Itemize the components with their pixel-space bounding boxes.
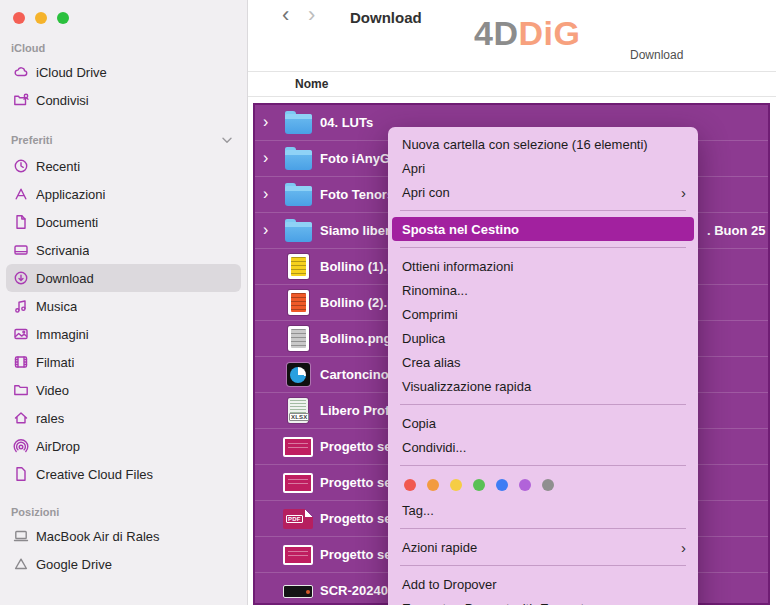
page-title: Download <box>350 9 422 26</box>
sticker-white-icon <box>281 326 315 351</box>
minimize-button[interactable] <box>35 12 47 24</box>
menu-item-label: Apri con <box>402 185 450 200</box>
menu-item-sposta-nel-cestino[interactable]: Sposta nel Cestino <box>392 217 694 241</box>
file-name: Siamo liberi <box>320 223 394 238</box>
cloud-icon <box>12 64 29 81</box>
menu-item-rinomina[interactable]: Rinomina... <box>388 278 698 302</box>
menu-separator <box>400 210 686 211</box>
sidebar-section-header-posizioni: Posizioni <box>0 498 247 522</box>
gdrive-icon <box>12 556 29 573</box>
sidebar-item-documenti[interactable]: Documenti <box>6 208 241 236</box>
sidebar-item-label: MacBook Air di Rales <box>36 529 160 544</box>
tag-color-dot[interactable] <box>450 479 462 491</box>
menu-item-label: Copia <box>402 416 436 431</box>
disclosure-chevron-icon[interactable]: › <box>263 113 268 131</box>
window-controls <box>0 0 247 24</box>
sidebar-item-rales[interactable]: rales <box>6 404 241 432</box>
sidebar-item-creative-cloud-files[interactable]: Creative Cloud Files <box>6 460 241 488</box>
menu-item-azioni-rapide[interactable]: Azioni rapide› <box>388 535 698 559</box>
menu-separator <box>400 465 686 466</box>
sidebar-item-applicazioni[interactable]: Applicazioni <box>6 180 241 208</box>
folder-blue-glyph <box>285 222 312 242</box>
sidebar-item-google-drive[interactable]: Google Drive <box>6 550 241 578</box>
menu-item-label: Rinomina... <box>402 283 468 298</box>
thumb-pink-glyph <box>283 473 313 493</box>
menu-item-nuova-cartella-con-selezione-16-elementi[interactable]: Nuova cartella con selezione (16 element… <box>388 132 698 156</box>
thumb-pink-glyph <box>283 437 313 457</box>
sidebar-item-download[interactable]: Download <box>6 264 241 292</box>
file-name-continued: . Buon 25 ap <box>707 223 770 238</box>
menu-item-tag[interactable]: Tag... <box>388 498 698 522</box>
tag-color-dot[interactable] <box>542 479 554 491</box>
sidebar-item-label: Musica <box>36 299 77 314</box>
shot-dark-glyph <box>283 585 313 598</box>
folder-blue-icon <box>281 220 315 242</box>
menu-item-label: Nuova cartella con selezione (16 element… <box>402 137 648 152</box>
zoom-button[interactable] <box>57 12 69 24</box>
menu-item-ottieni-informazioni[interactable]: Ottieni informazioni <box>388 254 698 278</box>
menu-item-encrypt-or-decrypt-with-encrypto[interactable]: Encrypt or Decrypt with Encrypto <box>388 596 698 605</box>
menu-item-add-to-dropover[interactable]: Add to Dropover <box>388 572 698 596</box>
sidebar-item-condivisi[interactable]: Condivisi <box>6 86 241 114</box>
folder-blue-glyph <box>285 186 312 206</box>
menu-item-copia[interactable]: Copia <box>388 411 698 435</box>
forward-icon[interactable]: › <box>308 2 315 28</box>
folder-blue-icon <box>281 184 315 206</box>
tag-color-dot[interactable] <box>427 479 439 491</box>
context-menu: Nuova cartella con selezione (16 element… <box>388 127 698 605</box>
logo-part-gray: 4D <box>474 14 518 52</box>
menu-item-apri-con[interactable]: Apri con› <box>388 180 698 204</box>
sidebar-item-musica[interactable]: Musica <box>6 292 241 320</box>
tag-color-dot[interactable] <box>519 479 531 491</box>
menu-separator <box>400 528 686 529</box>
tag-color-dot[interactable] <box>404 479 416 491</box>
film-icon <box>12 354 29 371</box>
file-name: Progetto se <box>320 511 392 526</box>
sidebar-item-video[interactable]: Video <box>6 376 241 404</box>
folder-blue-glyph <box>285 114 312 134</box>
menu-item-label: Ottieni informazioni <box>402 259 513 274</box>
download-icon <box>12 270 29 287</box>
airdrop-icon <box>12 438 29 455</box>
sidebar-item-filmati[interactable]: Filmati <box>6 348 241 376</box>
section-header-label: Preferiti <box>11 134 53 146</box>
back-icon[interactable]: ‹ <box>282 2 289 28</box>
disclosure-chevron-icon[interactable]: › <box>263 149 268 167</box>
sidebar-item-immagini[interactable]: Immagini <box>6 320 241 348</box>
disclosure-chevron-icon[interactable]: › <box>263 185 268 203</box>
sidebar-section-header-preferiti: Preferiti <box>0 124 247 152</box>
disclosure-chevron-icon[interactable]: › <box>263 221 268 239</box>
menu-item-label: Tag... <box>402 503 434 518</box>
menu-item-crea-alias[interactable]: Crea alias <box>388 350 698 374</box>
sidebar-item-label: Immagini <box>36 327 89 342</box>
sidebar-item-airdrop[interactable]: AirDrop <box>6 432 241 460</box>
submenu-chevron-icon: › <box>681 185 686 200</box>
sticker-orange-glyph <box>288 290 309 315</box>
menu-item-visualizzazione-rapida[interactable]: Visualizzazione rapida <box>388 374 698 398</box>
sidebar-item-icloud-drive[interactable]: iCloud Drive <box>6 58 241 86</box>
sidebar-item-label: rales <box>36 411 64 426</box>
column-header-name[interactable]: Nome <box>295 77 328 91</box>
menu-item-apri[interactable]: Apri <box>388 156 698 180</box>
sidebar-item-recenti[interactable]: Recenti <box>6 152 241 180</box>
sidebar-item-scrivania[interactable]: Scrivania <box>6 236 241 264</box>
tag-color-dot[interactable] <box>496 479 508 491</box>
tag-color-dot[interactable] <box>473 479 485 491</box>
menu-item-condividi[interactable]: Condividi... <box>388 435 698 459</box>
sidebar-item-macbook-air-di-rales[interactable]: MacBook Air di Rales <box>6 522 241 550</box>
pdf-pink-icon: PDF <box>281 509 315 529</box>
menu-item-label: Duplica <box>402 331 445 346</box>
submenu-chevron-icon: › <box>681 540 686 555</box>
chevron-down-icon[interactable] <box>219 132 235 148</box>
file-name: Bollino.png <box>320 331 391 346</box>
menu-item-duplica[interactable]: Duplica <box>388 326 698 350</box>
sidebar-item-label: Recenti <box>36 159 80 174</box>
xlsx-icon: XLSX <box>281 398 315 423</box>
shot-dark-icon <box>281 583 315 598</box>
sticker-white-glyph <box>288 326 309 351</box>
folder-blue-icon <box>281 148 315 170</box>
menu-item-comprimi[interactable]: Comprimi <box>388 302 698 326</box>
sidebar-item-label: iCloud Drive <box>36 65 107 80</box>
close-button[interactable] <box>13 12 25 24</box>
desktop-icon <box>12 242 29 259</box>
